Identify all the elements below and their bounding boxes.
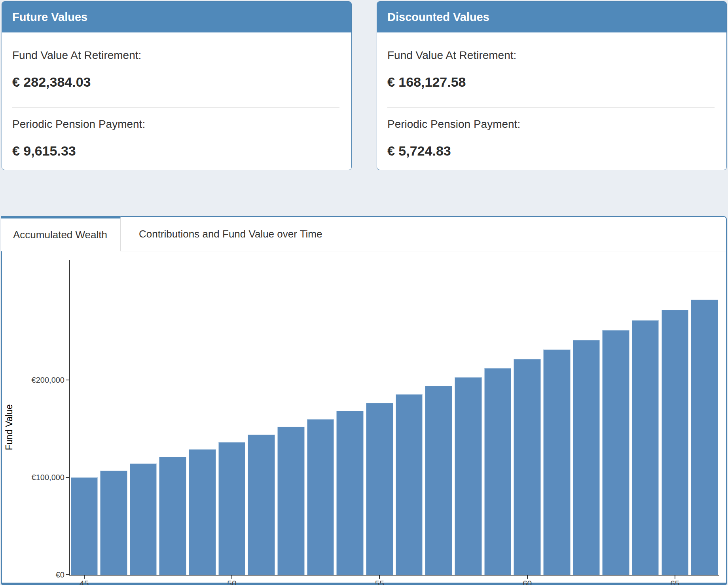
bar-age-57 bbox=[425, 386, 452, 575]
bar-age-56 bbox=[396, 394, 423, 575]
y-tick-mark bbox=[66, 477, 69, 478]
x-tick-mark bbox=[675, 576, 675, 579]
x-tick-label: 65 bbox=[663, 579, 687, 585]
y-tick-mark bbox=[66, 380, 69, 380]
fund-value-label: Fund Value At Retirement: bbox=[387, 49, 715, 62]
y-axis-title: Fund Value bbox=[4, 360, 15, 495]
card-title: Future Values bbox=[12, 11, 87, 24]
bar-age-47 bbox=[130, 463, 157, 575]
bar-age-64 bbox=[632, 320, 659, 575]
x-tick-label: 60 bbox=[516, 579, 539, 585]
x-tick-label: 55 bbox=[368, 579, 391, 585]
pension-payment-amount: € 5,724.83 bbox=[387, 143, 715, 159]
chart-tab-bar: Accumulated Wealth Contributions and Fun… bbox=[2, 217, 726, 251]
x-tick-mark bbox=[379, 576, 380, 579]
discounted-values-card-header: Discounted Values bbox=[377, 2, 726, 32]
card-title: Discounted Values bbox=[387, 11, 489, 24]
bar-age-48 bbox=[159, 457, 186, 575]
discounted-values-card-body: Fund Value At Retirement: € 168,127.58 P… bbox=[377, 32, 726, 159]
bar-age-63 bbox=[602, 330, 629, 575]
card-divider bbox=[387, 107, 715, 108]
x-tick-mark bbox=[527, 576, 528, 579]
bar-age-53 bbox=[307, 419, 334, 575]
bar-age-46 bbox=[100, 471, 127, 575]
x-tick-mark bbox=[84, 576, 85, 579]
pension-payment-label: Periodic Pension Payment: bbox=[387, 118, 715, 131]
y-axis-line bbox=[69, 260, 70, 576]
bar-age-66 bbox=[691, 300, 718, 575]
future-values-card-header: Future Values bbox=[2, 2, 351, 32]
bar-age-54 bbox=[336, 411, 364, 575]
bar-age-51 bbox=[248, 435, 275, 575]
bar-age-62 bbox=[573, 340, 600, 575]
bar-age-60 bbox=[514, 359, 541, 575]
chart-tab-panel: Accumulated Wealth Contributions and Fun… bbox=[1, 216, 727, 585]
tab-label: Contributions and Fund Value over Time bbox=[139, 228, 322, 240]
x-tick-label: 45 bbox=[72, 579, 96, 585]
bar-age-58 bbox=[455, 377, 482, 575]
bar-age-55 bbox=[366, 403, 393, 575]
tab-contributions-fund-value[interactable]: Contributions and Fund Value over Time bbox=[121, 217, 340, 251]
y-tick-label: €200,000 bbox=[17, 375, 64, 384]
future-values-card: Future Values Fund Value At Retirement: … bbox=[2, 1, 352, 170]
pension-payment-amount: € 9,615.33 bbox=[12, 143, 339, 159]
fund-value-label: Fund Value At Retirement: bbox=[12, 49, 339, 62]
discounted-values-card: Discounted Values Fund Value At Retireme… bbox=[377, 1, 727, 170]
y-tick-label: €0 bbox=[17, 570, 64, 579]
bar-age-45 bbox=[71, 477, 98, 575]
card-divider bbox=[12, 107, 339, 108]
bar-age-49 bbox=[189, 449, 216, 575]
pension-dashboard: Future Values Fund Value At Retirement: … bbox=[0, 0, 728, 585]
x-axis-line bbox=[69, 575, 719, 576]
pension-payment-label: Periodic Pension Payment: bbox=[12, 118, 339, 131]
tab-accumulated-wealth[interactable]: Accumulated Wealth bbox=[1, 216, 121, 251]
bar-age-52 bbox=[277, 427, 305, 575]
bar-age-61 bbox=[543, 349, 571, 575]
x-tick-label: 50 bbox=[220, 579, 244, 585]
y-tick-label: €100,000 bbox=[17, 473, 64, 482]
y-tick-mark bbox=[66, 574, 69, 575]
tab-label: Accumulated Wealth bbox=[13, 229, 107, 241]
bar-age-59 bbox=[484, 368, 512, 575]
fund-value-amount: € 168,127.58 bbox=[387, 74, 715, 90]
accumulated-wealth-bar-chart: Fund Value Age €0€100,000€200,0004550556… bbox=[2, 251, 726, 584]
bar-age-65 bbox=[662, 310, 689, 575]
future-values-card-body: Fund Value At Retirement: € 282,384.03 P… bbox=[2, 32, 351, 159]
fund-value-amount: € 282,384.03 bbox=[12, 74, 339, 90]
bar-age-50 bbox=[218, 442, 246, 575]
x-tick-mark bbox=[231, 576, 232, 579]
